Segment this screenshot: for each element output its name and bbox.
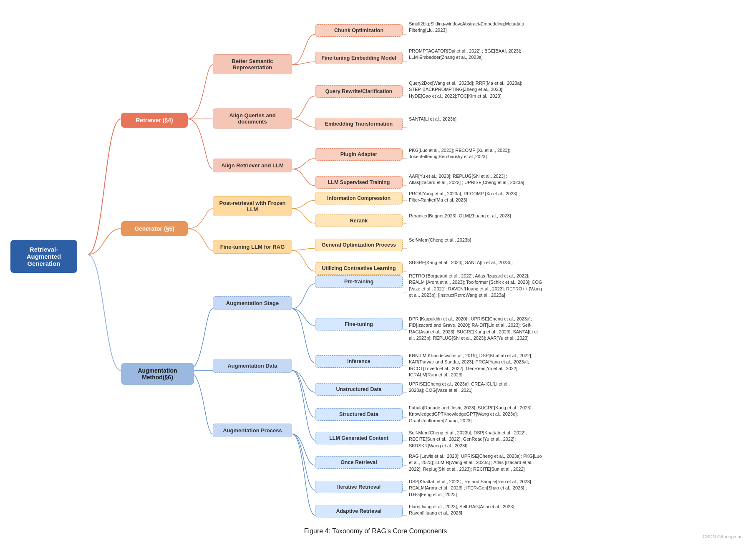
ref-inference-text: KNN-LM[Khandelwal et al., 2019]; DSP[Kha… [409, 353, 532, 377]
l3-adaptive-label: Adaptive Retrieval [336, 508, 381, 514]
l3-emb-transform-label: Embedding Transformation [325, 121, 393, 127]
l3-adaptive-retrieval: Adaptive Retrieval [315, 505, 403, 517]
l3-llm-supervised-label: LLM Supervised Training [328, 179, 390, 185]
l2-better-semantic: Better Semantic Representation [213, 54, 292, 74]
l2-aug-data: Augmentation Data [213, 359, 292, 373]
l1-retriever: Retriever (§4) [121, 113, 188, 128]
ref-once-retrieval-text: RAG [Lewis et al., 2020]; UPRISE[Cheng e… [409, 454, 542, 472]
l1-retriever-label: Retriever (§4) [136, 117, 173, 124]
ref-adaptive-retrieval: Flare[Jiang et al., 2023]; Self-RAG[Asai… [409, 504, 542, 517]
ref-gen-opt-text: Self-Mem[Cheng et al., 2023b] [409, 237, 471, 242]
ref-finetuning-embedding: PROMPTAGATOR[Dai et al., 2022] ; BGE[BAA… [409, 48, 526, 61]
ref-llm-generated: Self-Mem[Cheng et al., 2023b]; DSP[Khatt… [409, 430, 542, 449]
l3-unstructured-data: Unstructured Data [315, 383, 403, 396]
l3-finetuning-emb-label: Fine-tuning Embedding Model [321, 55, 396, 61]
figure-caption: Figure 4: Taxonomy of RAG's Core Compone… [304, 527, 447, 535]
l3-embedding-transformation: Embedding Transformation [315, 118, 403, 130]
l3-llm-generated: LLM Generated Content [315, 432, 403, 444]
ref-pre-training: RETRO [Borgeaud et al., 2022]; Atlas [Iz… [409, 273, 542, 299]
l3-pre-training: Pre-training [315, 275, 403, 288]
l3-once-retrieval: Once Retrieval [315, 456, 403, 469]
ref-chunk-opt-text: Small2big;Sliding-window;Abstract-Embedd… [409, 21, 524, 33]
l2-aug-process-label: Augmentation Process [223, 427, 282, 434]
ref-rerank: Reranker[Brigger,2023]; QLM[Zhuang et al… [409, 213, 526, 219]
ref-chunk-optimization: Small2big;Sliding-window;Abstract-Embedd… [409, 21, 526, 34]
l3-llm-supervised: LLM Supervised Training [315, 176, 403, 189]
l2-better-semantic-label: Better Semantic Representation [232, 58, 273, 71]
l3-info-compression-label: Information Compression [327, 195, 391, 201]
l3-unstructured-label: Unstructured Data [336, 386, 381, 392]
ref-inference: KNN-LM[Khandelwal et al., 2019]; DSP[Kha… [409, 353, 542, 378]
l2-align-retriever-label: Align Retriever and LLM [221, 162, 284, 169]
ref-iterative-retrieval: DSP[Khattab et al., 2022] ; Re and Sampl… [409, 479, 542, 498]
ref-embedding-transformation: SANTA[Li et al., 2023b] [409, 116, 526, 122]
l3-information-compression: Information Compression [315, 192, 403, 204]
l3-llm-gen-label: LLM Generated Content [329, 435, 388, 441]
ref-information-compression: PRCA[Yang et al., 2023a]; RECOMP [Xu et … [409, 191, 526, 204]
l3-inference-label: Inference [347, 358, 370, 364]
l1-augmentation-method: Augmentation Method(§6) [121, 363, 194, 385]
ref-plugin-adapter: PKG[Luo et al., 2023]; RECOMP [Xu et al.… [409, 147, 526, 160]
ref-unstructured-text: UPRISE[Cheng et al., 2023a]; CREA-ICL[Li… [409, 381, 510, 393]
ref-llm-supervised: AAR[Yu et al., 2023]; REPLUG[Shi et al.,… [409, 173, 526, 186]
l3-structured-label: Structured Data [339, 411, 378, 417]
ref-llm-supervised-text: AAR[Yu et al., 2023]; REPLUG[Shi et al.,… [409, 174, 524, 185]
l2-aug-stage-label: Augmentation Stage [226, 300, 279, 306]
ref-plugin-adapter-text: PKG[Luo et al., 2023]; RECOMP [Xu et al.… [409, 148, 510, 159]
l2-aug-stage: Augmentation Stage [213, 296, 292, 310]
l3-general-optimization: General Optimization Process [315, 239, 403, 251]
l1-generator-label: Generator (§5) [134, 225, 174, 232]
ref-emb-transform-text: SANTA[Li et al., 2023b] [409, 116, 456, 121]
l3-contrastive-label: Utilizing Contrastive Learning [322, 265, 396, 271]
l2-align-queries-label: Align Queries and documents [229, 112, 275, 125]
ref-unstructured-data: UPRISE[Cheng et al., 2023a]; CREA-ICL[Li… [409, 381, 526, 394]
l2-aug-data-label: Augmentation Data [227, 363, 277, 369]
l2-aug-process: Augmentation Process [213, 424, 292, 437]
l2-post-retrieval-label: Post-retrieval with Frozen LLM [219, 200, 286, 212]
l2-align-retriever: Align Retriever and LLM [213, 159, 292, 172]
ref-general-optimization: Self-Mem[Cheng et al., 2023b] [409, 237, 526, 243]
caption-text: Figure 4: Taxonomy of RAG's Core Compone… [304, 527, 447, 535]
ref-info-compress-text: PRCA[Yang et al., 2023a]; RECOMP [Xu et … [409, 191, 520, 202]
l3-rerank-label: Rerank [350, 218, 368, 224]
l3-iterative-label: Iterative Retrieval [337, 484, 381, 490]
l2-finetuning-llm: Fine-tuning LLM for RAG [213, 240, 292, 254]
l3-gen-opt-label: General Optimization Process [322, 242, 396, 248]
ref-llm-gen-text: Self-Mem[Cheng et al., 2023b]; DSP[Khatt… [409, 430, 527, 448]
ref-iterative-text: DSP[Khattab et al., 2022] ; Re and Sampl… [409, 479, 534, 497]
l3-chunk-opt-label: Chunk Optimization [334, 28, 383, 33]
l3-structured-data: Structured Data [315, 408, 403, 421]
l2-finetuning-llm-label: Fine-tuning LLM for RAG [220, 244, 285, 250]
l3-query-rewrite: Query Rewrite/Clarification [315, 85, 403, 98]
l3-plugin-adapter: Plugin Adapter [315, 148, 403, 161]
ref-structured-data: Fabula[Ranade and Joshi, 2023]; SUGRE[Ka… [409, 405, 542, 424]
l1-generator: Generator (§5) [121, 221, 188, 236]
ref-fine-tuning-text: DPR [Karpukhin et al., 2020] ; UPRISE[Ch… [409, 316, 538, 341]
ref-utilizing-contrastive: SUGRE[Kang et al., 2023]; SANTA[Li et al… [409, 260, 526, 266]
ref-rerank-text: Reranker[Brigger,2023]; QLM[Zhuang et al… [409, 213, 511, 218]
ref-fine-tuning: DPR [Karpukhin et al., 2020] ; UPRISE[Ch… [409, 316, 542, 342]
l3-iterative-retrieval: Iterative Retrieval [315, 481, 403, 493]
ref-once-retrieval: RAG [Lewis et al., 2020]; UPRISE[Cheng e… [409, 453, 542, 472]
root-label: Retrieval-Augmented Generation [27, 246, 61, 267]
ref-contrastive-text: SUGRE[Kang et al., 2023]; SANTA[Li et al… [409, 260, 513, 265]
ref-adaptive-text: Flare[Jiang et al., 2023]; Self-RAG[Asai… [409, 504, 516, 515]
ref-query-rewrite: Query2Doc[Wang et al., 2023d]; RRR[Ma et… [409, 80, 526, 99]
l3-plugin-adapter-label: Plugin Adapter [340, 151, 377, 157]
watermark-text: CSDN ©Anoopman [703, 534, 743, 539]
l3-once-retrieval-label: Once Retrieval [340, 459, 377, 465]
l3-rerank: Rerank [315, 214, 403, 227]
ref-pre-training-text: RETRO [Borgeaud et al., 2022]; Atlas [Iz… [409, 273, 542, 298]
l3-finetuning-embedding: Fine-tuning Embedding Model [315, 52, 403, 64]
l3-pre-training-label: Pre-training [344, 279, 373, 285]
root-node: Retrieval-Augmented Generation [10, 240, 77, 273]
ref-finetuning-emb-text: PROMPTAGATOR[Dai et al., 2022] ; BGE[BAA… [409, 48, 521, 60]
l3-fine-tuning: Fine-tuning [315, 318, 403, 330]
ref-query-rewrite-text: Query2Doc[Wang et al., 2023d]; RRR[Ma et… [409, 81, 522, 98]
l3-inference: Inference [315, 355, 403, 368]
ref-structured-text: Fabula[Ranade and Joshi, 2023]; SUGRE[Ka… [409, 405, 533, 423]
l2-align-queries: Align Queries and documents [213, 108, 292, 129]
l1-aug-method-label: Augmentation Method(§6) [138, 367, 177, 381]
l3-chunk-optimization: Chunk Optimization [315, 24, 403, 37]
l3-query-rewrite-label: Query Rewrite/Clarification [325, 88, 392, 94]
